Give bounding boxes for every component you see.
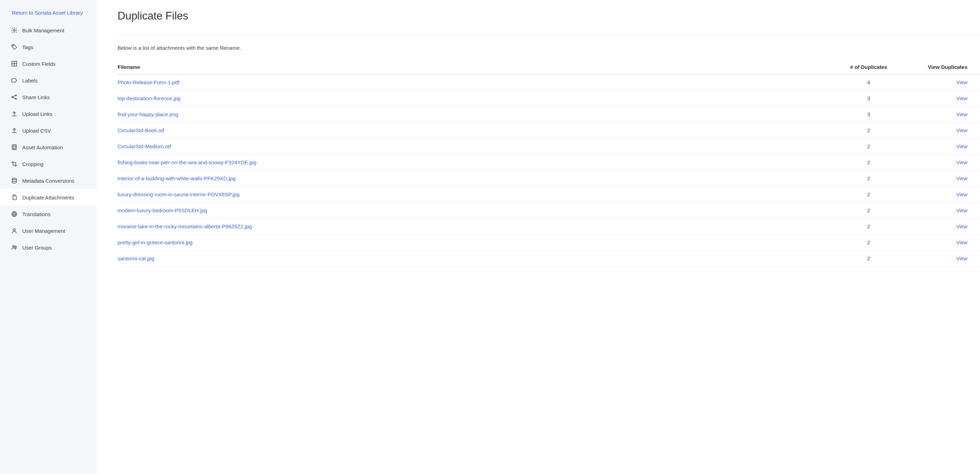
table-row: find-your-happy-place.png3View [118,107,980,123]
tag-icon [11,44,18,50]
sidebar-item-duplicate-attachments[interactable]: Duplicate Attachments [0,189,97,206]
sidebar-item-label: Tags [22,44,33,50]
copy-icon [11,194,18,201]
col-header-view: View Duplicates [904,61,980,75]
sidebar-item-share-links[interactable]: Share Links [0,89,97,105]
duplicates-table: Filename # of Duplicates View Duplicates… [118,61,980,267]
view-link[interactable]: View [956,176,967,181]
sidebar-item-label: Custom Fields [22,61,56,67]
sidebar-item-custom-fields[interactable]: Custom Fields [0,55,97,72]
duplicate-count: 2 [834,139,904,155]
filename-link[interactable]: top-destination-florence.jpg [118,95,180,101]
sidebar-item-asset-automation[interactable]: Asset Automation [0,139,97,156]
duplicate-count: 2 [834,187,904,203]
divider [118,35,980,35]
view-link[interactable]: View [956,160,967,165]
sidebar-item-label: User Management [22,228,65,234]
view-link[interactable]: View [956,128,967,133]
duplicate-count: 2 [834,155,904,171]
return-link[interactable]: Return to Sonata Asset Library [0,6,97,19]
globe-icon [11,211,18,217]
gear-icon [11,27,18,34]
sidebar-item-labels[interactable]: Labels [0,72,97,89]
filename-link[interactable]: CircularStd-Book.otf [118,128,164,133]
view-link[interactable]: View [956,112,967,117]
duplicate-count: 2 [834,171,904,187]
view-link[interactable]: View [956,95,967,101]
filename-link[interactable]: find-your-happy-place.png [118,112,178,117]
sidebar-item-upload-links[interactable]: Upload Links [0,105,97,122]
sidebar-item-cropping[interactable]: Cropping [0,156,97,172]
table-row: CircularStd-Book.otf2View [118,123,980,139]
database-icon [11,177,18,184]
filename-link[interactable]: luxury-dressing-room-in-sauna-interior-P… [118,192,240,197]
duplicate-count: 2 [834,251,904,267]
table-row: Photo-Release-Form-1.pdf4View [118,75,980,91]
nav-list: Bulk ManagementTagsCustom FieldsLabelsSh… [0,22,97,256]
table-row: CircularStd-Medium.otf2View [118,139,980,155]
duplicate-count: 3 [834,91,904,107]
table-row: modern-luxury-bedroom-P5SDLEH.jpg2View [118,203,980,219]
col-header-count: # of Duplicates [834,61,904,75]
description: Below is a list of attachments with the … [118,45,980,51]
user-icon [11,228,18,234]
duplicate-count: 2 [834,123,904,139]
sidebar-item-label: Translations [22,211,51,217]
upload-icon [11,128,18,134]
duplicate-count: 2 [834,219,904,235]
col-header-filename: Filename [118,61,834,75]
sidebar-item-tags[interactable]: Tags [0,38,97,55]
sidebar-item-upload-csv[interactable]: Upload CSV [0,122,97,139]
filename-link[interactable]: Photo-Release-Form-1.pdf [118,79,180,85]
filename-link[interactable]: modern-luxury-bedroom-P5SDLEH.jpg [118,207,207,213]
sidebar-item-label: User Groups [22,245,52,251]
view-link[interactable]: View [956,207,967,213]
table-row: moraine-lake-in-the-rocky-mountains-albe… [118,219,980,235]
duplicate-count: 2 [834,203,904,219]
view-link[interactable]: View [956,192,967,197]
filename-link[interactable]: santorini-cat.jpg [118,255,154,261]
sidebar-item-label: Labels [22,78,38,83]
view-link[interactable]: View [956,239,967,245]
table-row: interior-of-a-building-with-white-walls-… [118,171,980,187]
sidebar-item-label: Metadata Conversions [22,178,75,184]
filename-link[interactable]: pretty-girl-in-greece-santorini.jpg [118,239,192,245]
page-title: Duplicate Files [118,10,980,22]
sidebar-item-label: Asset Automation [22,144,63,150]
sidebar-item-translations[interactable]: Translations [0,206,97,222]
table-row: fishing-boats-near-pier-on-the-sea-and-s… [118,155,980,171]
grid-icon [11,61,18,67]
filename-link[interactable]: moraine-lake-in-the-rocky-mountains-albe… [118,223,252,229]
sidebar-item-label: Duplicate Attachments [22,195,74,201]
table-row: pretty-girl-in-greece-santorini.jpg2View [118,235,980,251]
view-link[interactable]: View [956,223,967,229]
crop-icon [11,161,18,167]
filename-link[interactable]: interior-of-a-building-with-white-walls-… [118,176,235,181]
sidebar: Return to Sonata Asset Library Bulk Mana… [0,0,97,474]
sidebar-item-bulk-management[interactable]: Bulk Management [0,22,97,38]
sidebar-item-label: Bulk Management [22,27,64,34]
upload-icon [11,111,18,117]
table-row: santorini-cat.jpg2View [118,251,980,267]
filename-link[interactable]: CircularStd-Medium.otf [118,144,171,149]
automation-icon [11,144,18,150]
users-icon [11,244,18,251]
duplicate-count: 3 [834,107,904,123]
view-link[interactable]: View [956,255,967,261]
sidebar-item-user-management[interactable]: User Management [0,222,97,239]
filename-link[interactable]: fishing-boats-near-pier-on-the-sea-and-s… [118,160,256,165]
table-row: luxury-dressing-room-in-sauna-interior-P… [118,187,980,203]
main-content: Duplicate Files Below is a list of attac… [97,0,980,474]
sidebar-item-user-groups[interactable]: User Groups [0,239,97,256]
sidebar-item-metadata-conversions[interactable]: Metadata Conversions [0,172,97,189]
share-icon [11,94,18,100]
sidebar-item-label: Share Links [22,94,50,100]
view-link[interactable]: View [956,79,967,85]
table-row: top-destination-florence.jpg3View [118,91,980,107]
label-icon [11,77,18,83]
sidebar-item-label: Upload Links [22,111,52,117]
view-link[interactable]: View [956,144,967,149]
sidebar-item-label: Upload CSV [22,128,51,134]
duplicate-count: 2 [834,235,904,251]
sidebar-item-label: Cropping [22,161,43,167]
